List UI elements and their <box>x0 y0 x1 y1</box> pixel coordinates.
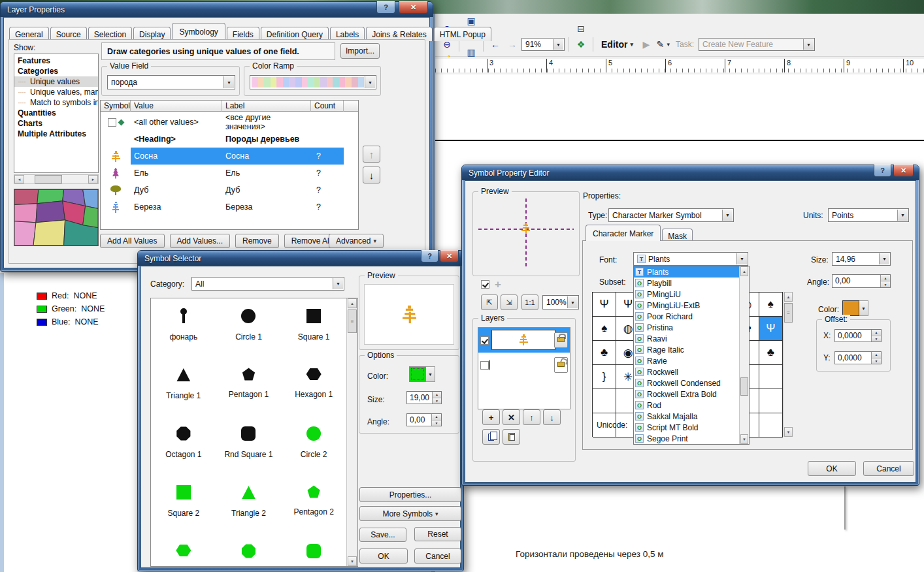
show-tree-item[interactable]: Match to symbols in a <box>14 97 98 108</box>
y-offset-stepper[interactable]: 0,0000 <box>834 351 882 364</box>
character-cell[interactable] <box>759 389 783 413</box>
column-header[interactable]: Label <box>222 101 311 112</box>
count-cell[interactable]: ? <box>311 199 344 215</box>
symbol-layer-row[interactable] <box>478 353 570 377</box>
layer-checkbox[interactable] <box>480 361 489 370</box>
symbol-item[interactable]: Circle 2 <box>281 420 346 479</box>
type-combo[interactable]: Character Marker Symbol <box>608 208 734 222</box>
show-tree-list[interactable]: FeaturesCategoriesUnique valuesUnique va… <box>14 54 99 173</box>
symbol-layer-row[interactable] <box>478 328 570 353</box>
layer-checkbox[interactable] <box>480 336 489 345</box>
table-row[interactable]: Сосна Сосна ? <box>101 148 358 165</box>
font-option[interactable]: Pristina <box>634 322 749 333</box>
show-tree-item[interactable]: Quantities <box>14 108 98 118</box>
count-cell[interactable] <box>311 114 344 131</box>
vertical-scrollbar[interactable]: ≡ <box>346 298 357 566</box>
character-cell[interactable]: Ψ <box>759 317 783 341</box>
advanced-button[interactable]: Advanced <box>329 234 384 248</box>
font-option[interactable]: PMingLiU-ExtB <box>634 300 749 311</box>
legend-item[interactable]: Blue: NONE <box>37 317 105 326</box>
layer-symbol-swatch[interactable] <box>491 330 555 350</box>
vertical-scrollbar[interactable] <box>739 266 749 444</box>
symbol-item[interactable]: Square 1 <box>281 302 346 361</box>
close-button[interactable]: ✕ <box>440 250 459 262</box>
font-option[interactable]: Rockwell Extra Bold <box>634 389 749 400</box>
font-option[interactable]: Rod <box>634 400 749 411</box>
x-offset-stepper[interactable]: 0,0000 <box>834 329 882 342</box>
ok-button[interactable]: OK <box>359 548 408 564</box>
font-option[interactable]: Rage Italic <box>634 344 749 355</box>
symbol-item[interactable] <box>216 537 282 566</box>
properties-button[interactable]: Properties... <box>359 487 461 502</box>
count-cell[interactable]: ? <box>311 148 344 165</box>
chevron-down-icon[interactable] <box>897 210 908 221</box>
symbol-item[interactable]: Triangle 1 <box>151 361 216 420</box>
spin-down-icon[interactable] <box>432 421 441 426</box>
table-row[interactable]: Ель Ель ? <box>101 165 358 182</box>
character-cell[interactable]: ♠ <box>593 317 616 341</box>
scroll-left-icon[interactable]: ◂ <box>14 175 24 183</box>
character-cell[interactable]: ♣ <box>593 341 616 365</box>
scroll-down-icon[interactable] <box>348 556 357 566</box>
more-symbols-button[interactable]: More Symbols <box>359 506 461 521</box>
scroll-up-icon[interactable] <box>784 292 793 302</box>
preview-checkbox[interactable] <box>481 280 489 289</box>
value-field-combo[interactable]: порода <box>107 75 235 89</box>
symbol-item[interactable] <box>151 537 216 566</box>
chevron-down-icon[interactable] <box>333 278 343 289</box>
symbol-item[interactable]: фонарь <box>151 302 216 361</box>
show-tree-item[interactable]: Unique values, many f <box>14 87 98 97</box>
chevron-down-icon[interactable] <box>859 300 868 316</box>
font-option[interactable]: Sakkal Majalla <box>634 411 749 422</box>
property-tab[interactable]: Character Marker <box>586 225 661 241</box>
table-row[interactable]: Береза Береза ? <box>101 199 358 215</box>
chevron-down-icon[interactable] <box>879 253 889 264</box>
layer-down-button[interactable]: ↓ <box>543 409 561 425</box>
lock-color-button[interactable] <box>554 357 568 373</box>
fixed-scale-icon[interactable]: ⊟ <box>573 21 589 37</box>
value-cell[interactable]: Сосна <box>131 148 222 165</box>
count-cell[interactable] <box>311 131 344 148</box>
spin-up-icon[interactable] <box>872 330 881 336</box>
scrollbar-thumb[interactable] <box>35 175 62 183</box>
font-option[interactable]: Ravie <box>634 355 749 366</box>
color-picker-button[interactable] <box>409 366 435 382</box>
units-combo[interactable]: Points <box>828 208 909 222</box>
dialog-tab[interactable]: Symbology <box>172 23 225 39</box>
symbol-selector-titlebar[interactable]: Symbol Selector <box>138 251 463 266</box>
chevron-down-icon[interactable] <box>365 76 375 88</box>
color-picker-button[interactable] <box>842 300 868 316</box>
label-cell[interactable]: Дуб <box>222 182 311 199</box>
label-cell[interactable]: <все другие значения> <box>222 114 311 131</box>
character-cell[interactable]: Ψ <box>593 293 616 317</box>
symbol-item[interactable]: Triangle 2 <box>216 479 282 537</box>
move-down-button[interactable]: ↓ <box>363 167 380 183</box>
zoom-level-combo[interactable]: 91% <box>521 38 565 51</box>
spin-up-icon[interactable] <box>872 352 881 358</box>
character-cell[interactable]: ♠ <box>759 293 783 317</box>
table-row[interactable]: <Heading> Породы деревьев <box>101 131 358 148</box>
help-button[interactable]: ? <box>874 165 891 177</box>
symbol-item[interactable]: Rnd Square 1 <box>216 420 282 479</box>
scroll-down-icon[interactable] <box>740 434 748 444</box>
chevron-down-icon[interactable] <box>803 39 814 50</box>
value-checkbox[interactable] <box>108 118 116 127</box>
help-button[interactable]: ? <box>376 1 395 14</box>
spin-down-icon[interactable] <box>881 281 890 287</box>
close-button[interactable]: ✕ <box>399 1 428 14</box>
scroll-up-icon[interactable] <box>348 298 357 308</box>
font-combo[interactable]: Plants <box>633 252 748 266</box>
spin-up-icon[interactable] <box>432 414 441 421</box>
reset-button[interactable]: Reset <box>414 527 461 541</box>
spin-down-icon[interactable] <box>433 398 441 404</box>
font-option[interactable]: Poor Richard <box>634 311 749 322</box>
value-cell[interactable]: Ель <box>131 165 222 182</box>
close-button[interactable]: ✕ <box>893 165 914 177</box>
chevron-down-icon[interactable] <box>223 76 234 88</box>
font-option[interactable]: Playbill <box>634 278 749 289</box>
move-up-button[interactable]: ↑ <box>363 146 380 163</box>
count-cell[interactable]: ? <box>311 182 344 199</box>
legend-item[interactable]: Red: NONE <box>37 291 105 300</box>
category-combo[interactable]: All <box>191 277 344 291</box>
label-cell[interactable]: Породы деревьев <box>222 131 311 148</box>
